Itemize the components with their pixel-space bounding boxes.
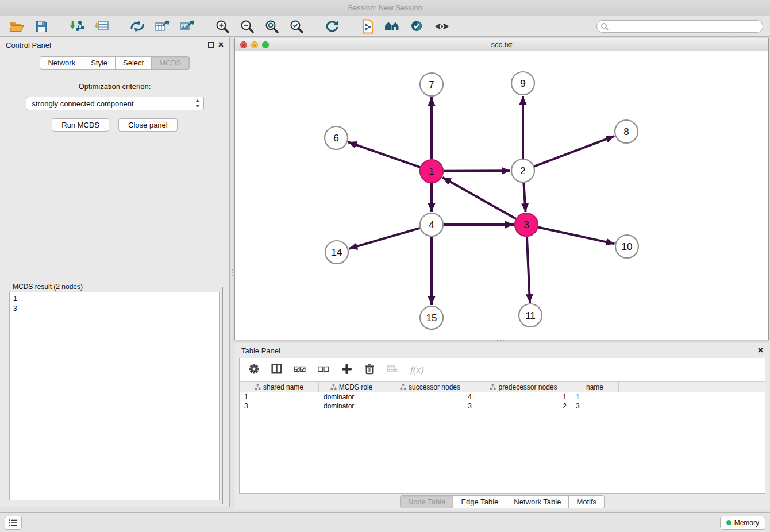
- image-arrow-icon: [179, 20, 194, 33]
- column-header-name[interactable]: name: [571, 382, 619, 392]
- graph-node-2[interactable]: 2: [511, 159, 534, 182]
- network-graph[interactable]: 7968124314101511: [235, 51, 768, 340]
- graph-edge-3-1[interactable]: [442, 178, 516, 219]
- graph-edge-4-14[interactable]: [349, 228, 420, 249]
- main-toolbar: [0, 16, 770, 37]
- result-line: 3: [13, 304, 215, 314]
- create-column-button[interactable]: [341, 364, 352, 377]
- tab-style[interactable]: Style: [83, 56, 116, 70]
- column-header-shared-name[interactable]: shared name: [240, 382, 319, 392]
- delete-table-button[interactable]: [387, 364, 398, 376]
- zoom-in-button[interactable]: [213, 18, 232, 35]
- delete-column-button[interactable]: [364, 364, 375, 377]
- graph-edge-3-11[interactable]: [527, 237, 530, 303]
- status-bar: Memory: [0, 512, 770, 532]
- memory-button[interactable]: Memory: [720, 516, 765, 530]
- zoom-selected-icon: [289, 19, 304, 34]
- tab-network[interactable]: Network: [40, 56, 83, 70]
- unselect-all-columns-button[interactable]: [318, 364, 329, 376]
- eye-icon: [434, 20, 450, 33]
- column-header-mcds-role[interactable]: MCDS role: [319, 382, 384, 392]
- tab-select[interactable]: Select: [116, 56, 152, 70]
- float-table-panel-icon[interactable]: [748, 348, 753, 353]
- graph-node-4[interactable]: 4: [420, 213, 443, 236]
- close-panel-icon[interactable]: ×: [218, 42, 224, 48]
- table-panel: Table Panel ×: [234, 343, 770, 510]
- graph-node-8[interactable]: 8: [615, 120, 638, 143]
- optimization-criterion-select[interactable]: strongly connected component: [26, 97, 204, 110]
- run-mcds-button[interactable]: Run MCDS: [52, 118, 109, 132]
- table-panel-title: Table Panel: [241, 346, 280, 355]
- graph-node-11[interactable]: 11: [519, 304, 542, 327]
- column-header-predecessor-nodes[interactable]: predecessor nodes: [476, 382, 571, 392]
- open-session-button[interactable]: [7, 18, 26, 35]
- delete-table-icon: [387, 364, 398, 373]
- trash-icon: [364, 364, 375, 375]
- refresh-layout-button[interactable]: [322, 18, 342, 35]
- result-line: 1: [13, 294, 215, 304]
- graph-edge-2-8[interactable]: [534, 136, 615, 167]
- zoom-selected-button[interactable]: [287, 18, 306, 35]
- home-button[interactable]: [383, 18, 402, 35]
- table-row[interactable]: 1 dominator 4 1 1: [240, 392, 765, 402]
- checked-boxes-icon: [294, 364, 306, 373]
- import-network-button[interactable]: [67, 18, 87, 35]
- search-input[interactable]: [596, 20, 763, 33]
- save-session-button[interactable]: [32, 18, 51, 35]
- tab-motifs[interactable]: Motifs: [569, 495, 605, 508]
- graph-node-label: 1: [429, 166, 434, 177]
- close-window-button[interactable]: ×: [240, 41, 247, 48]
- select-all-columns-button[interactable]: [294, 364, 306, 376]
- graph-node-3[interactable]: 3: [515, 213, 538, 236]
- graph-node-14[interactable]: 14: [325, 241, 348, 264]
- column-header-successor-nodes[interactable]: successor nodes: [384, 382, 476, 392]
- graph-node-10[interactable]: 10: [615, 235, 638, 258]
- network-window-titlebar[interactable]: × − + scc.txt: [235, 38, 768, 51]
- control-panel-tabs: Network Style Select MCDS: [40, 56, 189, 70]
- apply-style-button[interactable]: [407, 18, 427, 35]
- zoom-fit-button[interactable]: [262, 18, 282, 35]
- table-row[interactable]: 3 dominator 3 2 3: [240, 402, 765, 411]
- graph-node-6[interactable]: 6: [325, 126, 348, 149]
- network-from-url-button[interactable]: [128, 18, 147, 35]
- graph-node-15[interactable]: 15: [420, 306, 443, 329]
- tab-mcds[interactable]: MCDS: [152, 56, 189, 70]
- graph-node-9[interactable]: 9: [511, 72, 534, 95]
- float-panel-icon[interactable]: [208, 42, 214, 48]
- close-table-panel-icon[interactable]: ×: [758, 348, 763, 353]
- function-builder-button[interactable]: f(x): [410, 364, 424, 376]
- session-file-network-button[interactable]: [358, 18, 378, 35]
- gear-icon: [249, 364, 259, 374]
- import-table-button[interactable]: [92, 18, 111, 35]
- graph-edge-1-2[interactable]: [444, 171, 510, 171]
- columns-icon: [271, 364, 282, 374]
- graph-node-7[interactable]: 7: [420, 73, 443, 96]
- show-graphics-details-button[interactable]: [432, 18, 452, 35]
- dropdown-arrows-icon: [194, 99, 201, 108]
- graph-edge-3-10[interactable]: [538, 227, 615, 244]
- table-settings-button[interactable]: [249, 364, 259, 376]
- graph-edge-1-6[interactable]: [348, 142, 420, 167]
- maximize-window-button[interactable]: +: [262, 41, 269, 48]
- application-window: Session: New Session: [0, 0, 770, 532]
- graph-node-1[interactable]: 1: [420, 160, 443, 183]
- export-table-button[interactable]: [152, 18, 172, 35]
- window-titlebar[interactable]: Session: New Session: [0, 0, 770, 16]
- export-image-button[interactable]: [177, 18, 197, 35]
- minimize-window-button[interactable]: −: [251, 41, 258, 48]
- double-home-icon: [384, 20, 401, 33]
- table-arrow-icon: [155, 20, 170, 33]
- tab-edge-table[interactable]: Edge Table: [453, 495, 506, 508]
- attribute-type-icon: [330, 384, 337, 390]
- import-table-icon: [94, 20, 109, 33]
- tab-network-table[interactable]: Network Table: [506, 495, 569, 508]
- zoom-out-button[interactable]: [237, 18, 257, 35]
- close-panel-button[interactable]: Close panel: [118, 118, 178, 132]
- mcds-result-text[interactable]: 1 3: [9, 292, 220, 500]
- graph-edge-2-3[interactable]: [523, 183, 525, 212]
- tab-node-table[interactable]: Node Table: [400, 495, 454, 508]
- task-history-button[interactable]: [5, 516, 22, 530]
- vertical-splitter-handle[interactable]: [230, 265, 234, 280]
- show-columns-button[interactable]: [271, 364, 282, 376]
- save-icon: [35, 20, 48, 33]
